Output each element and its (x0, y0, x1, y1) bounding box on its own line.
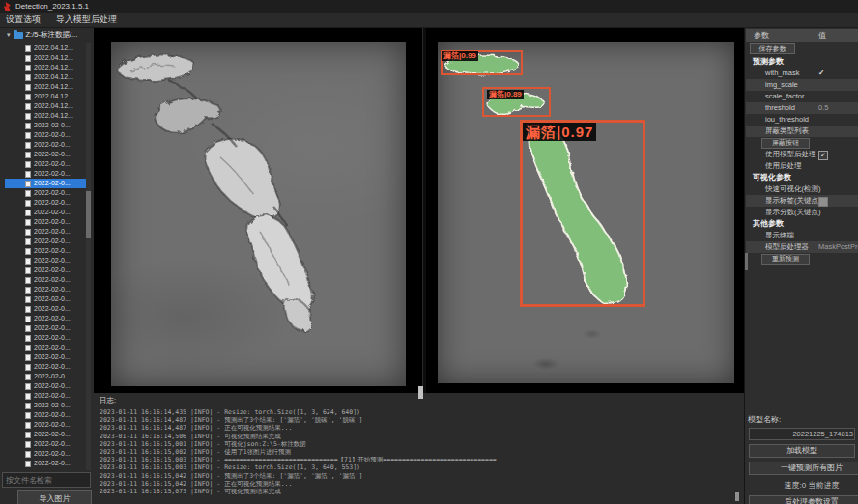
tree-file-item[interactable]: 2022-02-0... (5, 140, 89, 150)
tree-file-item[interactable]: 2022-02-0... (5, 362, 89, 372)
tree-file-item[interactable]: 2022-02-0... (5, 208, 89, 217)
detection-box[interactable] (520, 120, 645, 307)
tree-file-item[interactable]: 2022-02-0... (5, 237, 89, 246)
postprocess-settings-button[interactable]: 后处理参数设置 (749, 495, 858, 504)
file-icon (25, 287, 31, 294)
tree-file-item[interactable]: 2022-02-0... (5, 401, 89, 410)
menu-item[interactable]: 设置选项 (6, 14, 41, 26)
import-images-button[interactable]: 导入图片 (17, 490, 92, 504)
search-input[interactable] (2, 472, 91, 488)
param-row[interactable]: 显示终端 (746, 230, 858, 241)
tree-file-label: 2022-02-0... (34, 381, 71, 391)
param-row[interactable]: 其他参数 (746, 218, 858, 230)
expand-arrow-icon[interactable]: ▾ (7, 28, 11, 42)
tree-file-item[interactable]: 2022.04.12... (5, 53, 89, 63)
menu-item[interactable]: 导入模型后处理 (56, 14, 117, 26)
tree-file-item[interactable]: 2022-02-0... (5, 150, 89, 159)
log-line: 2023-01-11 16:16:15,042 |INFO| - 预测出了3个结… (100, 472, 744, 480)
file-icon (25, 219, 31, 226)
param-value: MaskPostPro (818, 241, 858, 253)
tree-file-item[interactable]: 2022-02-0... (5, 381, 89, 391)
tree-file-item[interactable]: 2022.04.12... (5, 101, 89, 111)
tree-file-item[interactable]: 2022-02-0... (5, 179, 89, 188)
tree-file-item[interactable]: 2022-02-0... (5, 420, 89, 430)
tree-file-item[interactable]: 2022.04.12... (5, 72, 89, 82)
tree-file-item[interactable]: 2022-02-0... (5, 266, 89, 275)
file-icon (25, 84, 31, 91)
tree-file-item[interactable]: 2022.04.12... (5, 82, 89, 92)
tree-file-item[interactable]: 2022-02-0... (5, 227, 89, 237)
model-name-field[interactable]: 20221225_174813 (749, 428, 855, 440)
predict-all-button[interactable]: 一键预测所有图片 (749, 462, 858, 475)
param-row[interactable]: 快速可视化(检测) (746, 183, 858, 195)
tree-file-item[interactable]: 2022-02-0... (5, 430, 89, 439)
tree-file-item[interactable]: 2022-02-0... (5, 333, 89, 343)
param-row[interactable]: 重新预测 (746, 253, 858, 265)
tree-file-item[interactable]: 2022-02-0... (5, 130, 89, 140)
splitter-grip[interactable] (418, 386, 423, 399)
tree-file-item[interactable]: 2022-02-0... (5, 343, 89, 352)
param-label: 使用模型后处理 (765, 150, 816, 158)
tree-file-item[interactable]: 2022.04.12... (5, 63, 89, 72)
tree-root[interactable]: ▾ Z:/5-标注数据/... (0, 28, 94, 42)
param-row[interactable]: 显示标签(关键点) (746, 195, 858, 207)
tree-file-item[interactable]: 2022-02-0... (5, 449, 89, 459)
params-scrollbar-thumb[interactable] (745, 253, 748, 270)
tree-scrollbar-thumb[interactable] (86, 191, 91, 238)
tree-file-label: 2022-02-0... (34, 391, 71, 401)
tree-file-item[interactable]: 2022-02-0... (5, 159, 89, 169)
tree-file-item[interactable]: 2022-02-0... (5, 246, 89, 256)
file-icon (25, 65, 31, 71)
log-scrollbar-thumb[interactable] (735, 492, 739, 501)
file-icon (25, 383, 31, 390)
original-image[interactable] (111, 42, 406, 386)
tree-file-item[interactable]: 2022-02-0... (5, 410, 89, 420)
tree-file-item[interactable]: 2022-02-0... (5, 314, 89, 323)
param-row[interactable]: scale_factor (746, 91, 858, 102)
save-params-button[interactable]: 保存参数 (750, 43, 795, 54)
tree-file-item[interactable]: 2022-02-0... (5, 169, 89, 179)
tree-file-item[interactable]: 2022-02-0... (5, 285, 89, 294)
load-model-button[interactable]: 加载模型 (749, 444, 855, 458)
param-row[interactable]: threshold 0.5 (746, 102, 858, 114)
tree-file-item[interactable]: 2022-02-0... (5, 323, 89, 333)
tree-file-item[interactable]: 2022-02-0... (5, 372, 89, 381)
param-row[interactable]: 屏蔽按钮 (746, 137, 858, 149)
prediction-image[interactable]: 漏箔|0.99 漏箔|0.89 漏箔|0.97 (438, 42, 734, 383)
param-row[interactable]: 使用模型后处理 ✓ (746, 149, 858, 160)
tree-file-item[interactable]: 2022.04.12... (5, 111, 89, 121)
detection-label: 漏箔|0.99 (442, 51, 478, 61)
tree-file-item[interactable]: 2022-02-0... (5, 391, 89, 401)
file-icon (25, 364, 31, 371)
tree-file-item[interactable]: 2022-02-0... (5, 304, 89, 314)
tree-file-item[interactable]: 2022-02-0... (5, 217, 89, 227)
tree-file-item[interactable]: 2022.04.12... (5, 43, 89, 53)
param-label: 显示标签(关键点) (765, 196, 821, 205)
file-icon (25, 451, 31, 458)
tree-file-item[interactable]: 2022-02-0... (5, 256, 89, 266)
param-row[interactable]: iou_threshold (746, 114, 858, 126)
param-row[interactable]: 使用后处理 (746, 160, 858, 172)
tree-scrollbar[interactable] (86, 43, 91, 470)
tree-file-item[interactable]: 2022-02-0... (5, 188, 89, 198)
log-panel[interactable]: 日志: 2023-01-11 16:16:14,435 |INFO| - Res… (94, 393, 744, 504)
file-icon (25, 412, 31, 419)
tree-file-item[interactable]: 2022-02-0... (5, 459, 89, 468)
tree-file-item[interactable]: 2022-02-0... (5, 275, 89, 285)
tree-file-item[interactable]: 2022-02-0... (5, 294, 89, 304)
tree-file-item[interactable]: 2022-02-0... (5, 439, 89, 449)
file-icon (25, 306, 31, 313)
file-icon (25, 210, 31, 216)
param-row[interactable]: img_scale (746, 79, 858, 91)
tree-file-item[interactable]: 2022-02-0... (5, 121, 89, 130)
param-row[interactable]: 可视化参数 (746, 172, 858, 183)
tree-file-item[interactable]: 2022-02-0... (5, 198, 89, 208)
param-row[interactable]: 模型后处理器 MaskPostPro (746, 241, 858, 253)
param-row[interactable]: 预测参数 (746, 56, 858, 68)
param-row[interactable]: 显示分数(关键点) (746, 207, 858, 218)
file-icon (25, 374, 31, 380)
param-row[interactable]: 屏蔽类型列表 (746, 126, 858, 137)
param-row[interactable]: with_mask ✓ (746, 68, 858, 79)
tree-file-item[interactable]: 2022.04.12... (5, 92, 89, 101)
tree-file-item[interactable]: 2022-02-0... (5, 352, 89, 362)
